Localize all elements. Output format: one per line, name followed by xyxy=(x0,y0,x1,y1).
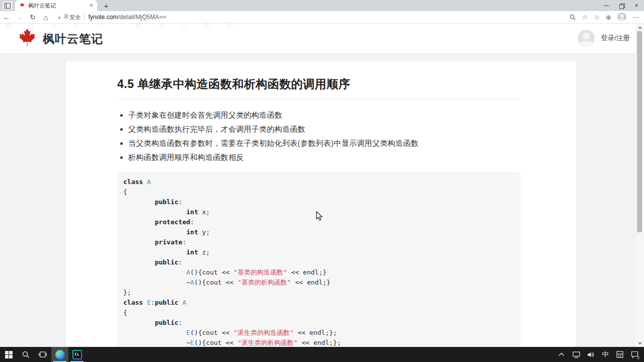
user-avatar[interactable] xyxy=(578,30,595,47)
network-icon xyxy=(573,351,580,358)
ime-language-indicator[interactable]: 中 xyxy=(600,347,611,362)
bullet-item: 子类对象在创建时会首先调用父类的构造函数 xyxy=(128,108,521,122)
zoom-icon[interactable] xyxy=(570,14,576,21)
code-block: class A{ public: int x; protected: int y… xyxy=(117,172,521,347)
code-line: ~E(){cout << "派生类的析构函数" << endl;}; xyxy=(123,338,515,347)
window-minimize-button[interactable] xyxy=(599,0,614,11)
tab-title: 枫叶云笔记 xyxy=(28,2,90,10)
task-view-icon xyxy=(39,351,47,358)
watermark-text: 枫叶云笔记 枫叶云笔记 xyxy=(5,21,249,30)
code-line: public: xyxy=(123,318,515,328)
code-line: E(){cout << "派生类的构造函数" << endl;}; xyxy=(123,328,515,338)
scroll-down-icon xyxy=(638,342,642,345)
window-controls: × xyxy=(599,0,644,11)
code-line: A(){cout << "基类的构造函数" << endl;} xyxy=(123,267,515,278)
tab-close-icon[interactable]: × xyxy=(90,3,93,9)
window-restore-button[interactable] xyxy=(614,0,629,11)
security-label[interactable]: 不安全 xyxy=(63,14,81,21)
tray-expand-button[interactable] xyxy=(556,347,567,362)
code-line: class E:public A xyxy=(123,298,515,308)
minimize-icon xyxy=(604,6,609,6)
chevron-up-icon xyxy=(558,352,565,356)
bullet-item: 父类构造函数执行完毕后，才会调用子类的构造函数 xyxy=(128,122,521,136)
search-icon xyxy=(22,351,30,358)
ime-grid-icon xyxy=(616,351,623,358)
vertical-tabs-icon xyxy=(5,3,11,9)
code-line: private: xyxy=(123,237,515,247)
taskbar-search-button[interactable] xyxy=(17,347,34,362)
bullet-item: 析构函数调用顺序和构造函数相反 xyxy=(128,150,521,164)
browser-profile-avatar[interactable] xyxy=(617,13,626,22)
browser-tab-bar: 枫叶云笔记 × + × xyxy=(0,0,644,11)
ime-keyboard-button[interactable] xyxy=(614,347,625,362)
network-status-button[interactable] xyxy=(571,347,582,362)
notification-count-badge: 2 xyxy=(637,355,639,360)
code-line: public: xyxy=(123,257,515,267)
address-divider xyxy=(84,14,85,20)
scrollbar-up-button[interactable] xyxy=(635,24,644,31)
login-register-link[interactable]: 登录/注册 xyxy=(601,34,630,43)
window-close-button[interactable]: × xyxy=(629,0,644,11)
code-line: int y; xyxy=(123,227,515,237)
system-tray: 中 2 xyxy=(556,347,644,362)
edge-browser-icon xyxy=(55,350,65,359)
maple-leaf-logo-icon xyxy=(15,28,39,51)
more-menu-icon[interactable]: ⋯ xyxy=(632,14,639,21)
code-line: public: xyxy=(123,197,515,207)
toolbar-right-icons: ☆ ☆ ⊕ ⋯ xyxy=(570,13,639,22)
taskbar: CL 中 xyxy=(0,347,644,362)
home-icon[interactable]: ⌂ xyxy=(39,13,52,22)
bullet-item: 当父类构造函数有参数时，需要在子类初始化列表(参数列表)中显示调用父类构造函数 xyxy=(128,136,521,150)
address-bar[interactable]: ▲ 不安全 fynote.com/detail/MjQ5MA== xyxy=(57,14,570,21)
back-icon[interactable]: ← xyxy=(0,13,13,21)
code-line: int z; xyxy=(123,247,515,257)
code-line: { xyxy=(123,187,515,197)
windows-start-icon xyxy=(5,351,13,358)
volume-button[interactable] xyxy=(585,347,596,362)
collections-icon[interactable]: ⊕ xyxy=(606,14,611,21)
refresh-icon[interactable]: ↻ xyxy=(26,13,39,21)
page-background: 4.5 单继承中构造函数和析构函数的调用顺序 子类对象在创建时会首先调用父类的构… xyxy=(0,54,644,347)
site-logo[interactable] xyxy=(15,28,39,51)
site-brand-title[interactable]: 枫叶云笔记 xyxy=(43,31,103,47)
scrollbar-down-button[interactable] xyxy=(635,340,644,347)
not-secure-warning-icon: ▲ xyxy=(57,15,61,20)
add-favorite-star-icon[interactable]: ☆ xyxy=(582,14,588,21)
clion-icon: CL xyxy=(72,350,82,359)
code-line: class A xyxy=(123,177,515,187)
code-line: }; xyxy=(123,288,515,298)
account-area[interactable]: 登录/注册 xyxy=(578,30,630,47)
task-view-button[interactable] xyxy=(34,347,51,362)
scrollbar-thumb[interactable] xyxy=(637,31,642,232)
forward-icon[interactable]: → xyxy=(13,13,26,21)
code-line: { xyxy=(123,308,515,318)
url-path[interactable]: /detail/MjQ5MA== xyxy=(118,14,166,21)
tab-actions-button[interactable] xyxy=(3,2,13,10)
taskbar-edge-button[interactable] xyxy=(51,347,68,362)
article-card: 4.5 单继承中构造函数和析构函数的调用顺序 子类对象在创建时会首先调用父类的构… xyxy=(65,61,576,347)
bullet-list: 子类对象在创建时会首先调用父类的构造函数父类构造函数执行完毕后，才会调用子类的构… xyxy=(128,108,521,164)
new-tab-button[interactable]: + xyxy=(101,1,111,10)
code-line: int x; xyxy=(123,207,515,217)
scroll-up-icon xyxy=(638,26,642,29)
page-scrollbar xyxy=(635,24,644,347)
code-line: protected: xyxy=(123,217,515,227)
notification-center-button[interactable]: 2 xyxy=(629,347,640,362)
browser-tab[interactable]: 枫叶云笔记 × xyxy=(15,0,97,11)
code-line: ~A(){cout << "基类的析构函数" << endl;} xyxy=(123,278,515,288)
maple-leaf-favicon xyxy=(19,3,25,9)
restore-icon xyxy=(619,4,624,8)
article-title: 4.5 单继承中构造函数和析构函数的调用顺序 xyxy=(117,76,521,99)
start-button[interactable] xyxy=(0,347,17,362)
favorites-icon[interactable]: ☆ xyxy=(594,14,600,21)
taskbar-clion-button[interactable]: CL xyxy=(68,347,86,362)
site-header: 枫叶云笔记 枫叶云笔记 枫叶云笔记 登录/注册 xyxy=(0,24,644,54)
url-host[interactable]: fynote.com xyxy=(88,14,118,21)
screen: 枫叶云笔记 × + × ← → ↻ ⌂ ▲ 不安全 fynote.com/det… xyxy=(0,0,644,362)
speaker-icon xyxy=(587,351,595,358)
